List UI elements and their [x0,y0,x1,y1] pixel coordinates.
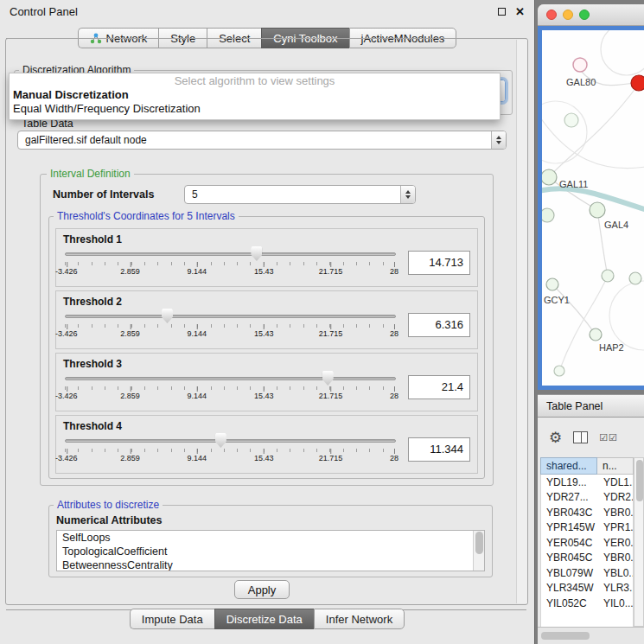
float-window-icon[interactable] [498,8,506,16]
tick-label: 2.859 [120,329,140,338]
table-row[interactable]: YBL079WYBL0... [541,565,633,581]
threshold-label: Threshold 1 [63,233,470,246]
table-horizontal-scrollbar[interactable] [538,627,644,644]
table-vertical-scrollbar[interactable] [634,457,644,627]
tick-label: -3.426 [55,267,78,276]
table-row[interactable]: YIL052CYIL0... [541,596,633,611]
network-node[interactable] [573,58,587,72]
threshold-2-slider[interactable] [63,309,398,323]
network-node[interactable] [629,272,641,284]
threshold-3-value-field[interactable]: 21.4 [408,375,470,399]
table-row[interactable]: YLR345WYLR3... [541,581,633,596]
slider-track[interactable] [65,252,396,256]
threshold-label: Threshold 4 [63,420,470,433]
select-columns-icon[interactable]: ☑☑ [599,432,618,443]
network-node[interactable] [590,328,602,341]
network-node[interactable] [542,169,557,185]
table-row[interactable]: YBR045CYBR0... [541,551,633,566]
control-panel-window: Control Panel ✕ Network Style Select Cyn… [0,0,535,644]
cell-shared-name: YPR145W [541,521,598,533]
threshold-2-value-field[interactable]: 6.316 [408,313,470,337]
slider-thumb[interactable] [215,433,226,448]
scrollbar-thumb[interactable] [475,532,483,554]
minor-ticks [65,449,396,452]
table-row[interactable]: YBR043CYBR0... [541,505,633,520]
threshold-2-panel: Threshold 2 -3.426 2.859 9.144 15.43 [55,290,478,349]
minor-ticks [65,324,396,328]
close-traffic-light-icon[interactable] [546,10,557,20]
cell-name: YDL1... [598,476,633,488]
slider-track[interactable] [65,439,396,443]
tick-label: 28 [390,267,399,276]
gear-icon[interactable]: ⚙ [549,430,562,445]
table-data-select[interactable]: galFiltered.sif default node [17,131,507,150]
cell-name: YPR1... [598,521,633,533]
cell-shared-name: YBR045C [541,552,598,564]
list-scrollbar[interactable] [473,531,484,571]
tab-infer-network[interactable]: Infer Network [314,609,405,629]
algorithm-dropdown-popup: Select algorithm to view settings Manual… [9,73,501,120]
cell-shared-name: YLR345W [541,582,598,594]
minimize-traffic-light-icon[interactable] [563,10,573,20]
network-node[interactable] [554,366,564,376]
tick-label: -3.426 [55,329,78,338]
threshold-1-slider[interactable] [63,246,398,261]
table-row[interactable]: YER054CYER0... [541,535,633,551]
cell-shared-name: YDR27... [541,491,598,503]
group-title: Interval Definition [47,168,134,180]
threshold-label: Threshold 3 [63,358,470,371]
group-title: Threshold's Coordinates for 5 Intervals [54,210,239,222]
apply-button[interactable]: Apply [234,580,290,599]
network-view[interactable]: GAL80 GAL11 GAL4 GCY1 HAP2 [538,26,644,390]
tick-label: 2.859 [120,454,140,462]
slider-track[interactable] [65,377,396,380]
network-node[interactable] [590,202,605,218]
network-node[interactable] [564,113,578,127]
slider-thumb[interactable] [162,309,173,323]
tick-label: 9.144 [188,454,207,462]
column-header-shared-name[interactable]: shared... [540,457,597,475]
table-row[interactable]: YDR27...YDR2... [541,490,633,506]
tab-impute-data[interactable]: Impute Data [130,609,214,629]
scrollbar-thumb[interactable] [541,632,590,640]
network-node[interactable] [602,270,614,282]
dropdown-placeholder: Select algorithm to view settings [10,73,500,88]
zoom-traffic-light-icon[interactable] [579,10,590,20]
table-row[interactable]: YPR145WYPR1... [541,520,633,536]
close-icon[interactable]: ✕ [515,6,525,17]
network-node-selected[interactable] [631,75,644,91]
tab-discretize-data[interactable]: Discretize Data [214,609,314,629]
list-item[interactable]: BetweennessCentrality [57,558,484,571]
dropdown-option-manual-discretization[interactable]: Manual Discretization [10,88,500,102]
slider-thumb[interactable] [251,246,262,261]
list-item[interactable]: SelfLoops [57,531,484,545]
column-header-name[interactable]: n... [597,457,634,475]
threshold-4-value-field[interactable]: 11.344 [408,437,470,462]
table-row[interactable]: YDL19...YDL1... [541,475,633,490]
slider-track[interactable] [65,315,396,318]
tick-label: 2.859 [120,267,140,276]
list-item[interactable]: TopologicalCoefficient [57,545,484,558]
tick-label: 15.43 [254,454,274,462]
columns-icon[interactable] [573,431,588,443]
tick-label: 9.144 [188,329,207,338]
slider-ruler: -3.426 2.859 9.144 15.43 21.715 28 [63,324,398,341]
slider-thumb[interactable] [322,371,334,386]
threshold-1-value-field[interactable]: 14.713 [408,251,470,275]
scrollbar-thumb[interactable] [636,460,643,501]
threshold-3-slider[interactable] [63,371,398,386]
threshold-4-panel: Threshold 4 -3.426 2.859 9.144 15.43 [55,415,478,474]
threshold-4-slider[interactable] [63,433,398,448]
cell-name: YDR2... [598,491,633,503]
number-of-intervals-select[interactable]: 5 [184,185,416,204]
tick-label: 21.715 [319,454,343,462]
tick-label: 9.144 [188,392,207,400]
tick-label: 21.715 [319,329,343,338]
network-node[interactable] [542,208,554,222]
table-panel-window: ⚙ ☑☑ shared... n... YDL19...YDL1... YDR2… [538,418,644,644]
network-node[interactable] [546,278,558,290]
tick-label: 2.859 [120,392,140,400]
cell-name: YBL0... [598,567,633,579]
panel-scrollbar[interactable] [516,40,527,603]
dropdown-option-equal-width-frequency[interactable]: Equal Width/Frequency Discretization [10,102,500,116]
